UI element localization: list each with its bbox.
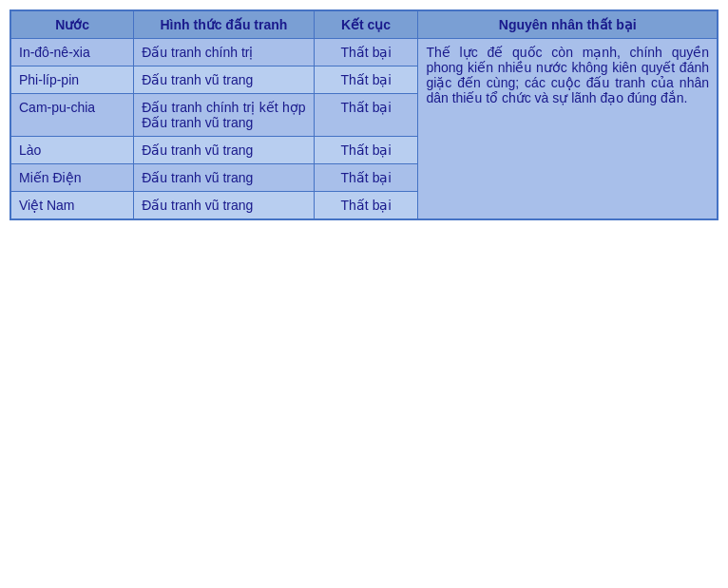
table-row: In-đô-nê-xia Đấu tranh chính trị Thất bạ… [10,39,718,66]
header-reason: Nguyên nhân thất bại [418,10,718,39]
country-cell: In-đô-nê-xia [10,39,134,66]
result-cell: Thất bại [314,192,418,220]
main-table: Nước Hình thức đấu tranh Kết cục Nguyên … [10,9,718,220]
table-wrapper: Nước Hình thức đấu tranh Kết cục Nguyên … [10,9,718,220]
country-cell: Việt Nam [10,192,134,220]
country-cell: Cam-pu-chia [10,94,134,137]
header-row: Nước Hình thức đấu tranh Kết cục Nguyên … [10,10,718,39]
form-cell: Đấu tranh vũ trang [134,66,314,94]
country-cell: Lào [10,137,134,164]
form-cell: Đấu tranh vũ trang [134,137,314,164]
result-cell: Thất bại [314,164,418,192]
header-result: Kết cục [314,10,418,39]
country-cell: Phi-líp-pin [10,66,134,94]
country-cell: Miến Điện [10,164,134,192]
result-cell: Thất bại [314,39,418,66]
header-form: Hình thức đấu tranh [134,10,314,39]
form-cell: Đấu tranh chính trị kết hợp Đấu tranh vũ… [134,94,314,137]
form-cell: Đấu tranh vũ trang [134,192,314,220]
form-cell: Đấu tranh vũ trang [134,164,314,192]
result-cell: Thất bại [314,94,418,137]
result-cell: Thất bại [314,137,418,164]
reason-cell: Thế lực đế quốc còn mạnh, chính quyền ph… [418,39,718,220]
header-country: Nước [10,10,134,39]
result-cell: Thất bại [314,66,418,94]
form-cell: Đấu tranh chính trị [134,39,314,66]
